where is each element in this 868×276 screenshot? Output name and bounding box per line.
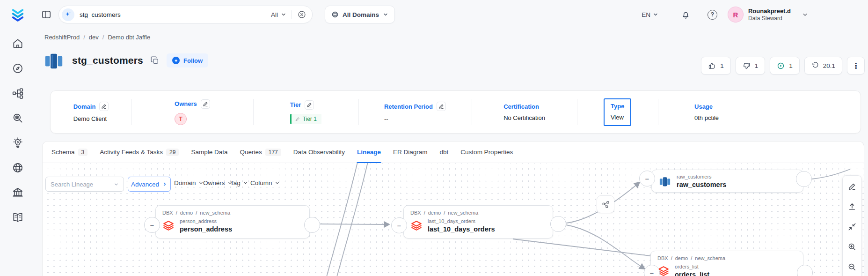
lineage-search-box[interactable] [45, 177, 124, 192]
node-output-handle[interactable] [304, 217, 320, 233]
collapse-upstream-handle[interactable]: − [391, 217, 407, 233]
lineage-toolbar [842, 175, 862, 276]
tab-sample-data[interactable]: Sample Data [185, 142, 233, 163]
tab-data-observability[interactable]: Data Observability [287, 142, 351, 163]
node-output-handle[interactable] [550, 216, 566, 232]
page-title: stg_customers [72, 55, 143, 66]
zoom-in-icon[interactable] [848, 243, 856, 251]
app-logo[interactable] [9, 6, 26, 23]
follow-button[interactable]: ★ Follow [167, 53, 208, 67]
user-menu-chevron-icon[interactable] [802, 12, 808, 18]
domain-label: Domain [73, 103, 96, 110]
tab-count-badge: 3 [78, 149, 88, 156]
type-label: Type [611, 103, 624, 110]
version-button[interactable]: 20.1 [804, 57, 842, 75]
owner-avatar[interactable]: T [175, 113, 187, 125]
lineage-node-raw-customers[interactable]: raw_customers raw_customers [651, 170, 803, 193]
filter-domain-dropdown[interactable]: Domain [174, 179, 204, 186]
sidebar-toggle-icon[interactable] [41, 9, 51, 20]
search-clear-icon[interactable] [297, 10, 306, 19]
breadcrumb-database[interactable]: dev [89, 34, 99, 41]
glossary-book-icon[interactable] [12, 211, 24, 224]
app-root: All All Domains EN [0, 0, 868, 276]
upvote-count: 1 [720, 62, 724, 69]
domains-filter-dropdown[interactable]: All Domains [325, 6, 395, 23]
kebab-icon: ⋮ [852, 61, 860, 70]
certification-label: Certification [503, 103, 539, 110]
user-menu[interactable]: R Rounakpreet.d Data Steward [728, 7, 791, 22]
breadcrumb: RedshiftProd / dev / Demo dbt Jaffle [43, 34, 865, 41]
search-scope-label: All [271, 11, 278, 18]
language-dropdown[interactable]: EN [642, 11, 658, 18]
tab-er-diagram[interactable]: ER Diagram [387, 142, 434, 163]
downvote-button[interactable]: 1 [736, 57, 766, 75]
govern-bank-icon[interactable] [12, 186, 24, 199]
collapse-upstream-handle[interactable]: − [639, 171, 655, 186]
explore-compass-icon[interactable] [12, 62, 24, 75]
ai-sparkle-icon [62, 8, 74, 21]
search-scope-dropdown[interactable]: All [271, 11, 286, 18]
observability-icon[interactable] [12, 112, 24, 124]
zoom-out-icon[interactable] [848, 263, 856, 271]
edit-domain-icon[interactable] [99, 102, 109, 111]
node-fqn-name: person_address [180, 218, 232, 224]
upvote-button[interactable]: 1 [701, 57, 731, 75]
domains-globe-icon[interactable] [12, 162, 24, 174]
collapse-upstream-handle[interactable]: − [144, 217, 160, 233]
edge-pipeline-icon[interactable] [597, 195, 614, 213]
tier-tag-icon [295, 117, 300, 121]
insights-bulb-icon[interactable] [12, 137, 24, 149]
home-icon[interactable] [12, 37, 24, 50]
retention-label: Retention Period [384, 103, 433, 110]
domain-value[interactable]: Demo Client [73, 115, 107, 122]
left-sidebar [0, 0, 35, 276]
search-divider [292, 10, 292, 19]
meta-owners: Owners T [131, 91, 253, 133]
lineage-canvas[interactable]: Advanced Domain Owners Tag Column [43, 163, 864, 276]
edit-tier-icon[interactable] [305, 100, 314, 110]
breadcrumb-service[interactable]: RedshiftProd [44, 34, 80, 41]
databricks-icon [410, 220, 423, 232]
fit-view-icon[interactable] [848, 223, 856, 231]
lineage-node-person-address[interactable]: DBX/ demo/ new_schema person_address per… [155, 205, 310, 239]
more-actions-button[interactable]: ⋮ [847, 57, 865, 75]
domains-filter-label: All Domains [343, 11, 379, 18]
node-breadcrumb: DBX/ demo/ new_schema [404, 206, 553, 217]
open-tasks-button[interactable]: 1 [770, 57, 800, 75]
notifications-bell-icon[interactable] [681, 10, 691, 20]
tab-dbt[interactable]: dbt [434, 142, 455, 163]
help-icon[interactable]: ? [708, 10, 717, 20]
type-highlight-box: Type View [604, 98, 631, 126]
tier-badge[interactable]: Tier 1 [290, 114, 321, 124]
edit-retention-icon[interactable] [437, 102, 446, 111]
version-history-icon [811, 62, 819, 69]
edit-lineage-icon[interactable] [848, 182, 856, 191]
lineage-search-input[interactable] [51, 181, 110, 188]
breadcrumb-schema[interactable]: Demo dbt Jaffle [108, 34, 150, 41]
entity-body-card: Schema3 Activity Feeds & Tasks29 Sample … [42, 141, 864, 276]
entity-header: RedshiftProd / dev / Demo dbt Jaffle stg… [35, 29, 868, 134]
node-fqn-name: raw_customers [677, 174, 726, 179]
tab-schema[interactable]: Schema3 [45, 142, 94, 163]
filter-column-dropdown[interactable]: Column [250, 179, 280, 186]
global-search-bar[interactable]: All [58, 6, 313, 23]
node-output-handle[interactable] [796, 171, 812, 187]
tab-custom-properties[interactable]: Custom Properties [454, 142, 519, 163]
lineage-node-last-10-days-orders[interactable]: DBX/ demo/ new_schema last_10_days_order… [403, 205, 553, 239]
edit-owners-icon[interactable] [201, 99, 210, 109]
lineage-node-orders-list[interactable]: DBX/ demo/ new_schema orders_list orders… [650, 251, 803, 276]
user-avatar: R [728, 7, 744, 22]
chevron-down-icon [653, 12, 658, 17]
copy-icon[interactable] [150, 56, 160, 65]
filter-owners-dropdown[interactable]: Owners [203, 179, 233, 186]
tab-lineage[interactable]: Lineage [351, 142, 387, 163]
filter-tag-dropdown[interactable]: Tag [230, 179, 248, 186]
user-info: Rounakpreet.d Data Steward [748, 7, 791, 22]
platform-lineage-icon[interactable] [12, 87, 24, 99]
global-search-input[interactable] [80, 11, 271, 18]
tab-activity-feeds[interactable]: Activity Feeds & Tasks29 [94, 142, 185, 163]
language-label: EN [642, 11, 650, 18]
tab-queries[interactable]: Queries177 [233, 142, 287, 163]
advanced-filter-button[interactable]: Advanced [128, 177, 171, 192]
export-lineage-icon[interactable] [848, 202, 856, 211]
